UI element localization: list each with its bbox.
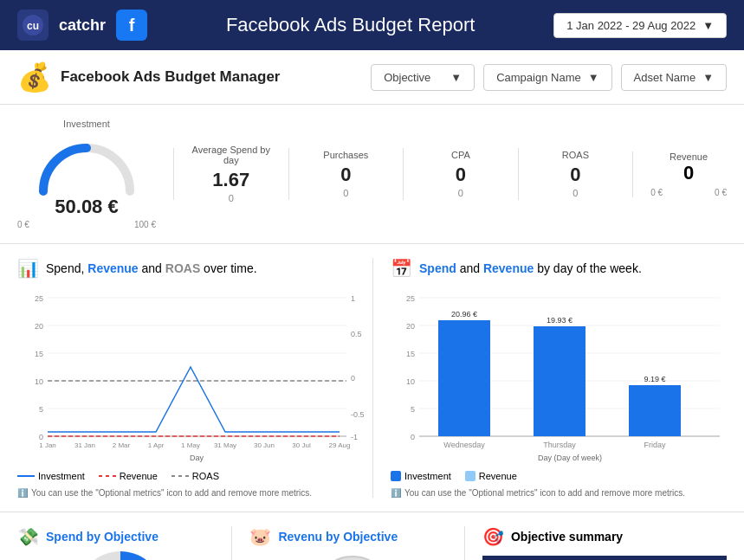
objective-summary-section: 🎯 Objective summary Objective Invest... …: [464, 526, 727, 560]
revenue-obj-icon: 🐷: [249, 526, 271, 547]
roas-kpi: ROAS 0 0: [536, 150, 616, 198]
campaign-name-dropdown[interactable]: Campaign Name ▼: [483, 64, 611, 91]
gauge-min: 0 €: [17, 220, 29, 229]
kpi-divider-1: [173, 148, 174, 200]
chart1-area: 25 20 15 10 5 0 1 0.5 0 -0.5 -1 1 Jan 31…: [17, 289, 364, 466]
spend-by-objective-section: 💸 Spend by Objective: [17, 526, 223, 560]
info-icon: ℹ️: [17, 488, 28, 498]
svg-text:25: 25: [35, 294, 43, 303]
spend-pie-chart: [77, 551, 164, 560]
gauge-max: 100 €: [134, 220, 156, 229]
roas-sub: 0: [536, 188, 616, 198]
chart2-revenue-label: Revenue: [479, 471, 517, 481]
friday-bar: [629, 385, 681, 436]
investment-legend-label: Investment: [38, 471, 85, 481]
avg-spend-value: 1.67: [191, 169, 271, 191]
svg-text:Day: Day: [190, 454, 204, 462]
chart1-legend: Investment Revenue ROAS: [17, 471, 364, 481]
chart2-middle: and: [456, 261, 483, 275]
svg-text:20: 20: [406, 322, 415, 331]
chart2-suffix: by day of the week.: [534, 261, 642, 275]
investment-legend-square: [391, 471, 401, 481]
chart1-icon: 📊: [17, 258, 39, 279]
chart2-spend-word: Spend: [419, 261, 456, 275]
svg-text:1 May: 1 May: [181, 441, 200, 449]
chart1-revenue-word: Revenue: [87, 261, 138, 275]
info-icon-2: ℹ️: [391, 488, 401, 498]
sub-header: 💰 Facebook Ads Budget Manager Objective …: [0, 50, 744, 105]
legend-roas: ROAS: [171, 471, 219, 481]
revenue-legend-label: Revenue: [120, 471, 158, 481]
kpi-divider-2: [288, 148, 289, 200]
page-header: cu catchr f Facebook Ads Budget Report 1…: [0, 0, 744, 50]
charts-row: 📊 Spend, Revenue and ROAS over time. 25 …: [0, 244, 744, 512]
cpa-value: 0: [421, 164, 501, 186]
chart2-svg: 25 20 15 10 5 0 20.96 €: [391, 289, 728, 462]
chart1-svg: 25 20 15 10 5 0 1 0.5 0 -0.5 -1 1 Jan 31…: [17, 289, 364, 462]
chart2-area: 25 20 15 10 5 0 20.96 €: [391, 289, 728, 466]
bottom-row: 💸 Spend by Objective 🐷 Revenu by Objecti…: [0, 512, 744, 560]
svg-text:Thursday: Thursday: [543, 441, 576, 449]
svg-text:Day (Day of week): Day (Day of week): [538, 454, 602, 462]
svg-text:10: 10: [35, 377, 43, 386]
svg-text:20: 20: [35, 322, 43, 331]
adset-name-dropdown[interactable]: Adset Name ▼: [621, 64, 727, 91]
chart1-roas-word: ROAS: [165, 261, 200, 275]
revenue-range: 0 € 0 €: [650, 188, 727, 197]
spend-revenue-roas-chart: 📊 Spend, Revenue and ROAS over time. 25 …: [17, 258, 364, 498]
svg-text:Friday: Friday: [644, 441, 666, 449]
chart2-icon: 📅: [391, 258, 412, 279]
svg-text:1 Jan: 1 Jan: [39, 441, 56, 449]
svg-text:5: 5: [39, 405, 43, 414]
avg-spend-kpi: Average Spend by day 1.67 0: [191, 145, 271, 203]
svg-text:Wednesday: Wednesday: [443, 441, 485, 449]
svg-text:-0.5: -0.5: [351, 410, 364, 419]
roas-legend-label: ROAS: [192, 471, 219, 481]
roas-value: 0: [536, 164, 616, 186]
svg-text:30 Jul: 30 Jul: [292, 441, 311, 449]
cpa-label: CPA: [421, 150, 501, 160]
chart2-legend-revenue: Revenue: [465, 471, 517, 481]
revenue-range-left: 0 €: [650, 188, 663, 197]
revenue-label: Revenue: [650, 151, 727, 162]
col-invest: Invest...: [573, 556, 626, 560]
catchr-logo-icon: cu: [17, 10, 49, 41]
chart2-title-text: Spend and Revenue by day of the week.: [419, 261, 642, 275]
chart1-suffix: over time.: [200, 261, 256, 275]
date-range-button[interactable]: 1 Jan 2022 - 29 Aug 2022 ▼: [553, 13, 727, 38]
revenue-value: 0: [650, 162, 727, 184]
chart2-legend: Investment Revenue: [391, 471, 728, 481]
catchr-text: catchr: [59, 16, 106, 35]
chart1-title-prefix: Spend,: [46, 261, 87, 275]
col-objective: Objective: [482, 556, 573, 560]
investment-legend-line: [17, 475, 35, 477]
revenue-legend-line: [99, 475, 116, 477]
chart2-info: ℹ️ You can use the "Optional metrics" ic…: [391, 488, 728, 498]
gauge-range: 0 € 100 €: [17, 220, 156, 229]
date-range-text: 1 Jan 2022 - 29 Aug 2022: [566, 19, 695, 32]
svg-text:31 May: 31 May: [214, 441, 236, 449]
obj-summary-title: 🎯 Objective summary: [482, 526, 727, 547]
revenue-by-objective-section: 🐷 Revenu by Objective: [231, 526, 455, 560]
objective-dropdown[interactable]: Objective ▼: [371, 64, 475, 91]
chart2-revenue-word: Revenue: [483, 261, 534, 275]
investment-gauge: Investment 50.08 € 0 € 100 €: [17, 119, 156, 229]
svg-text:10: 10: [406, 377, 415, 386]
roas-legend-line: [171, 475, 189, 477]
svg-text:9.19 €: 9.19 €: [644, 375, 665, 383]
facebook-icon: f: [116, 10, 147, 41]
col-revenue: Revenue: [625, 556, 683, 560]
gauge-label: Investment: [17, 119, 156, 129]
svg-text:5: 5: [411, 405, 415, 414]
chart2-title: 📅 Spend and Revenue by day of the week.: [391, 258, 728, 279]
revenue-obj-title: 🐷 Revenu by Objective: [249, 526, 455, 547]
wednesday-bar: [438, 320, 490, 436]
kpi-divider-4: [518, 148, 519, 200]
revenue-legend-square: [465, 471, 476, 481]
legend-revenue: Revenue: [99, 471, 158, 481]
svg-text:2 Mar: 2 Mar: [113, 441, 131, 449]
gauge-value: 50.08 €: [17, 196, 156, 218]
avg-spend-sub: 0: [191, 193, 271, 203]
chart1-info: ℹ️ You can use the "Optional metrics" ic…: [17, 488, 364, 498]
chart2-investment-label: Investment: [404, 471, 451, 481]
